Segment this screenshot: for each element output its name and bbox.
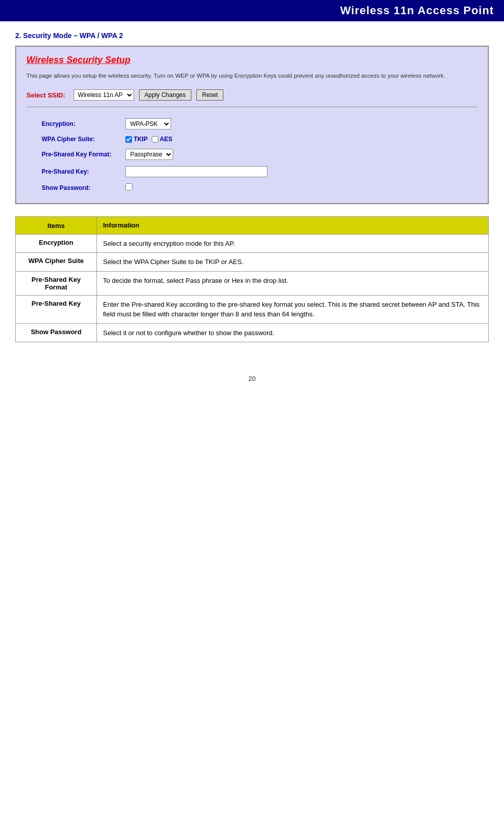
table-row-info: To decide the format, select Pass phrase… <box>97 271 489 295</box>
psk-format-label: Pre-Shared Key Format: <box>26 146 121 163</box>
table-row: Encryption Select a security encryption … <box>16 234 489 253</box>
psk-key-label: Pre-Shared Key: <box>26 163 121 180</box>
aes-option[interactable]: AES <box>152 136 173 143</box>
setup-box: Wireless Security Setup This page allows… <box>15 46 489 204</box>
psk-key-row: Pre-Shared Key: <box>26 163 478 180</box>
ssid-label: Select SSID: <box>26 91 65 99</box>
encryption-label: Encryption: <box>26 115 121 133</box>
header-title: Wireless 11n Access Point <box>340 4 494 17</box>
cipher-suite-row: WPA Cipher Suite: TKIP AES <box>26 133 478 146</box>
cipher-options: TKIP AES <box>125 136 474 143</box>
table-row-item: Encryption <box>16 234 97 253</box>
table-header-items: Items <box>16 217 97 235</box>
table-row: Pre-Shared Key Enter the Pre-shared Key … <box>16 295 489 323</box>
show-password-row: Show Password: <box>26 180 478 195</box>
info-table: Items Information Encryption Select a se… <box>15 216 489 342</box>
psk-key-value <box>121 163 478 180</box>
aes-checkbox[interactable] <box>152 136 158 143</box>
table-row: WPA Cipher Suite Select the WPA Cipher S… <box>16 253 489 272</box>
table-row-info: Select a security encryption mode for th… <box>97 234 489 253</box>
section-title: 2. Security Mode – WPA / WPA 2 <box>15 31 489 40</box>
show-password-value <box>121 180 478 195</box>
table-row-info: Select it or not to configure whether to… <box>97 323 489 342</box>
table-header-info: Information <box>97 217 489 235</box>
setup-box-description: This page allows you setup the wireless … <box>26 72 478 80</box>
form-grid: Encryption: WPA-PSK WPA Cipher Suite: TK… <box>26 115 478 195</box>
tkip-label: TKIP <box>133 136 147 143</box>
table-row-item: WPA Cipher Suite <box>16 253 97 272</box>
psk-format-row: Pre-Shared Key Format: Passphrase <box>26 146 478 163</box>
ssid-select[interactable]: Wireless 11n AP <box>74 89 134 101</box>
psk-format-value: Passphrase <box>121 146 478 163</box>
table-row-item: Show Password <box>16 323 97 342</box>
encryption-select[interactable]: WPA-PSK <box>125 118 171 129</box>
main-content: 2. Security Mode – WPA / WPA 2 Wireless … <box>0 21 504 365</box>
cipher-suite-value: TKIP AES <box>121 133 478 146</box>
table-row-item: Pre-Shared Key <box>16 295 97 323</box>
table-row: Pre-Shared Key Format To decide the form… <box>16 271 489 295</box>
setup-box-title: Wireless Security Setup <box>26 55 478 66</box>
table-row-info: Select the WPA Cipher Suite to be TKIP o… <box>97 253 489 272</box>
show-password-checkbox[interactable] <box>125 183 132 190</box>
page-number: 20 <box>0 365 504 393</box>
table-header-row: Items Information <box>16 217 489 235</box>
encryption-value: WPA-PSK <box>121 115 478 133</box>
page-header: Wireless 11n Access Point <box>0 0 504 21</box>
table-row-info: Enter the Pre-shared Key according to th… <box>97 295 489 323</box>
reset-button[interactable]: Reset <box>196 89 223 101</box>
cipher-suite-label: WPA Cipher Suite: <box>26 133 121 146</box>
ssid-row: Select SSID: Wireless 11n AP Apply Chang… <box>26 89 478 107</box>
show-password-label: Show Password: <box>26 180 121 195</box>
tkip-option[interactable]: TKIP <box>125 136 147 143</box>
tkip-checkbox[interactable] <box>125 136 132 143</box>
psk-key-input[interactable] <box>125 166 267 177</box>
table-row-item: Pre-Shared Key Format <box>16 271 97 295</box>
encryption-row: Encryption: WPA-PSK <box>26 115 478 133</box>
aes-label: AES <box>160 136 173 143</box>
psk-format-select[interactable]: Passphrase <box>125 149 173 160</box>
apply-changes-button[interactable]: Apply Changes <box>139 89 191 101</box>
table-row: Show Password Select it or not to config… <box>16 323 489 342</box>
